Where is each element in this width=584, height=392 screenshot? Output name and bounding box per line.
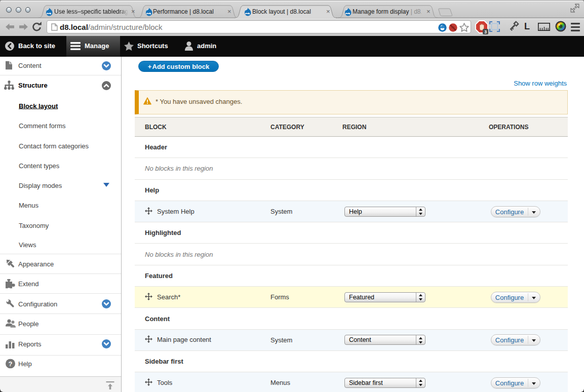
svg-text:3: 3 — [484, 29, 487, 34]
svg-text:?: ? — [9, 360, 13, 368]
